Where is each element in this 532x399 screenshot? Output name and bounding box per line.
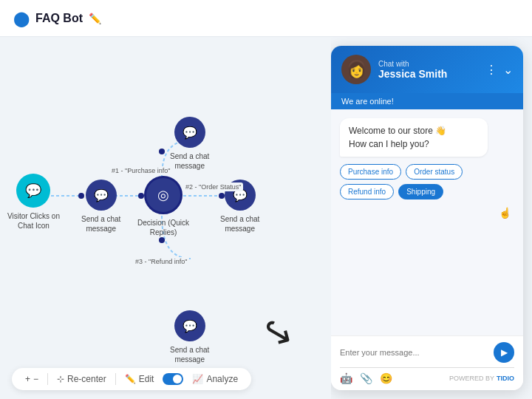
analyze-icon: 📈 (192, 374, 203, 384)
input-divider (340, 367, 514, 368)
quick-reply-purchase[interactable]: Purchase info (340, 164, 401, 180)
more-options-icon[interactable]: ⋮ (485, 63, 497, 77)
node-visitor-click[interactable]: 💬 Visitor Clicks onChat Icon (7, 174, 60, 231)
tidio-logo: TIDIO (497, 375, 514, 382)
chat-header: 👩 Chat with Jessica Smith ⋮ ⌄ (331, 46, 523, 93)
edit-title-icon[interactable]: ✏️ (89, 13, 101, 24)
send-msg-bottom-label: Send a chatmessage (170, 345, 209, 364)
minimize-icon[interactable]: ⌄ (503, 63, 513, 77)
send-msg-top-label: Send a chatmessage (170, 151, 209, 171)
app-logo-icon: ⬤ (13, 10, 30, 27)
send-msg-1-icon: 💬 (86, 180, 117, 211)
chat-header-text: Chat with Jessica Smith (378, 60, 478, 80)
tidio-branding: POWERED BY TIDIO (449, 375, 514, 382)
quick-replies: Purchase info Order status Refund info S… (340, 164, 514, 200)
recenter-button[interactable]: ⊹ Re-center (54, 372, 109, 386)
cursor-area: ☝ (340, 207, 514, 219)
top-bar: ⬤ FAQ Bot ✏️ (0, 0, 532, 37)
attachment-icon[interactable]: 📎 (360, 372, 372, 384)
bot-icon[interactable]: 🤖 (340, 372, 352, 384)
recenter-icon: ⊹ (57, 374, 64, 384)
chat-with-label: Chat with (378, 60, 478, 68)
toolbar-divider-1 (47, 373, 48, 385)
send-msg-top-icon: 💬 (174, 117, 205, 148)
chat-input-area: ▶ (340, 342, 514, 363)
quick-reply-refund[interactable]: Refund info (340, 184, 394, 200)
footer-icons: 🤖 📎 😊 POWERED BY TIDIO (340, 372, 514, 384)
send-msg-2-label: Send a chatmessage (220, 214, 259, 233)
agent-name: Jessica Smith (378, 68, 478, 80)
edit-pencil-icon: ✏️ (125, 374, 136, 384)
node-send-msg-top[interactable]: 💬 Send a chatmessage (170, 117, 209, 171)
edit-toggle[interactable] (163, 373, 183, 385)
svg-point-7 (159, 237, 165, 243)
main-content: 💬 Visitor Clicks onChat Icon 💬 Send a ch… (0, 37, 532, 399)
flow-canvas: 💬 Visitor Clicks onChat Icon 💬 Send a ch… (0, 37, 331, 399)
flow-to-chat-arrow: ↪ (253, 307, 301, 359)
minus-icon: − (33, 374, 38, 384)
page-title: FAQ Bot (35, 12, 83, 25)
node-decision[interactable]: ◎ Decision (QuickReplies) (137, 176, 189, 237)
powered-by-text: POWERED BY (449, 375, 494, 382)
send-msg-1-label: Send a chatmessage (81, 214, 120, 233)
send-button[interactable]: ▶ (494, 342, 514, 363)
decision-icon: ◎ (144, 176, 183, 214)
analyze-label: Analyze (206, 374, 238, 384)
node-send-msg-bottom[interactable]: 💬 Send a chatmessage (170, 310, 209, 364)
recenter-label: Re-center (67, 374, 106, 384)
chat-panel: 👩 Chat with Jessica Smith ⋮ ⌄ We are onl… (331, 46, 523, 390)
chat-header-actions: ⋮ ⌄ (485, 63, 513, 77)
welcome-bubble: Welcome to our store 👋How can I help you… (340, 118, 488, 157)
cursor-icon: ☝ (499, 207, 511, 219)
avatar: 👩 (341, 55, 371, 84)
online-status-bar: We are online! (331, 93, 523, 109)
toolbar-divider-2 (115, 373, 116, 385)
svg-point-6 (159, 149, 165, 154)
emoji-icon[interactable]: 😊 (380, 372, 392, 384)
edge-label-2: #2 - "Order Status" (183, 183, 243, 191)
chat-input[interactable] (340, 348, 494, 357)
edge-label-3: #3 - "Refund info" (133, 257, 189, 266)
add-button[interactable]: + − (22, 372, 41, 386)
edit-label: Edit (139, 374, 154, 384)
visitor-click-label: Visitor Clicks onChat Icon (7, 211, 60, 231)
chat-footer: ▶ 🤖 📎 😊 POWERED BY TIDIO (331, 335, 523, 390)
quick-reply-shipping[interactable]: Shipping (398, 184, 443, 200)
visitor-click-icon: 💬 (16, 174, 50, 208)
bottom-toolbar: + − ⊹ Re-center ✏️ Edit 📈 Analyze (12, 368, 251, 390)
analyze-button[interactable]: 📈 Analyze (189, 372, 241, 386)
online-status-text: We are online! (341, 97, 394, 106)
chat-body: Welcome to our store 👋How can I help you… (331, 109, 523, 335)
node-send-msg-1[interactable]: 💬 Send a chatmessage (81, 180, 120, 233)
send-msg-bottom-icon: 💬 (174, 310, 205, 341)
edit-button[interactable]: ✏️ Edit (122, 372, 157, 386)
quick-reply-order[interactable]: Order status (406, 164, 463, 180)
decision-label: Decision (QuickReplies) (137, 218, 189, 237)
plus-icon: + (25, 374, 30, 384)
edge-label-1: #1 - "Purchase info" (109, 166, 172, 175)
